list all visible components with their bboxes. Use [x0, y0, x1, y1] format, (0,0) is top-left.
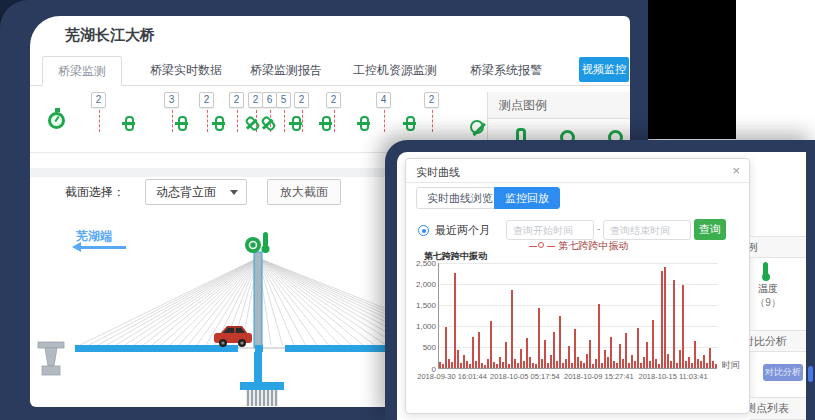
chart-bar — [667, 354, 669, 368]
last-two-months-radio[interactable] — [418, 225, 429, 236]
tab-bridge-realtime-data[interactable]: 桥梁实时数据 — [135, 56, 237, 86]
chart-bar — [484, 365, 486, 368]
chart-bar — [517, 363, 519, 368]
chart-bar — [496, 364, 498, 368]
chart-bar — [562, 363, 564, 368]
chart-bar — [541, 359, 543, 368]
chart-bar — [463, 355, 465, 368]
section-select-label: 截面选择： — [65, 184, 125, 201]
tab-system-alarm[interactable]: 桥梁系统报警 — [455, 56, 557, 86]
chart-bar — [556, 361, 558, 368]
section-select-value: 动态背立面 — [156, 185, 216, 199]
chart-bar — [709, 348, 711, 368]
query-button[interactable]: 查询 — [694, 219, 726, 240]
sensor-dash-line — [334, 110, 335, 132]
chain-link-icon[interactable] — [406, 116, 415, 131]
sensor-count-badge: 2 — [248, 92, 263, 108]
chart-bar — [445, 327, 447, 368]
chart-gridline — [439, 263, 718, 264]
chart-bar — [652, 320, 654, 368]
x-axis-tick-label: 2018-10-09 15:27:41 — [564, 372, 634, 381]
tab-bridge-monitoring[interactable]: 桥梁监测 — [42, 56, 122, 86]
chain-link-icon[interactable] — [292, 116, 301, 131]
stopwatch-icon[interactable] — [48, 112, 65, 129]
chart-gridline — [439, 284, 718, 285]
gauge-icon[interactable] — [245, 237, 261, 253]
chart-bar — [505, 342, 507, 368]
chart-bar — [448, 359, 450, 368]
temperature-label: 温度 — [753, 282, 783, 296]
chart-bar — [655, 359, 657, 368]
tab-bar: 桥梁监测 桥梁实时数据 桥梁监测报告 工控机资源监测 桥梁系统报警 — [30, 56, 630, 86]
chart-bar — [697, 359, 699, 368]
legend-label: 第七跨跨中振动 — [559, 240, 629, 251]
chart-bar — [694, 341, 696, 368]
sensor-dash-line — [384, 110, 385, 132]
query-end-time-input[interactable] — [603, 220, 691, 240]
query-start-time-input[interactable] — [506, 220, 594, 240]
chart-bar — [643, 357, 645, 368]
sensor-count-badge: 2 — [326, 92, 341, 108]
tab-realtime-curve-browse[interactable]: 实时曲线浏览 — [416, 187, 504, 209]
thermometer-icon[interactable] — [763, 262, 768, 276]
chart-bar — [619, 344, 621, 368]
scrollbar-thumb[interactable] — [808, 366, 813, 382]
chart-bar — [571, 363, 573, 369]
chart-bar — [703, 355, 705, 368]
chart-bar — [490, 321, 492, 368]
chain-link-icon[interactable] — [125, 116, 134, 131]
chart-bar — [595, 359, 597, 368]
chart-bar — [637, 328, 639, 368]
chart-bar — [628, 363, 630, 369]
chart-bar — [583, 363, 585, 368]
chart-bar — [502, 362, 504, 368]
chart-bar — [439, 362, 441, 368]
chain-link-icon[interactable] — [244, 115, 261, 132]
sensor-dash-line — [432, 110, 433, 132]
tab-monitor-playback[interactable]: 监控回放 — [494, 187, 560, 209]
section-select-dropdown[interactable]: 动态背立面 — [145, 179, 247, 205]
bridge-pier — [254, 352, 262, 382]
chart-bar — [679, 350, 681, 368]
thermometer-icon[interactable] — [263, 232, 268, 247]
chart-bar — [664, 267, 666, 368]
chart-bar — [646, 342, 648, 368]
prohibit-icon[interactable] — [470, 120, 484, 134]
tab-bridge-report[interactable]: 桥梁监测报告 — [235, 56, 337, 86]
chart-bar — [685, 361, 687, 368]
bar-chart-plot: 05001,0001,5002,0002,5002018-09-30 16:01… — [438, 263, 717, 369]
chart-bar — [640, 363, 642, 368]
chart-bar — [613, 361, 615, 368]
chain-link-icon[interactable] — [178, 116, 187, 131]
chart-gridline — [439, 305, 718, 306]
chart-gridline — [439, 326, 718, 327]
sensor-dash-line — [302, 110, 303, 132]
chain-link-icon[interactable] — [360, 116, 369, 131]
bridge-abutment — [38, 342, 64, 375]
y-axis-tick-label: 2,500 — [406, 259, 436, 268]
realtime-curve-modal: 实时曲线 × 实时曲线浏览 监控回放 最近两个月 - 查询 第七跨跨中振动 第七… — [405, 158, 750, 414]
chain-link-icon[interactable] — [322, 116, 331, 131]
chart-bar — [535, 364, 537, 368]
chart-bar — [487, 359, 489, 368]
chart-bar — [460, 363, 462, 369]
chart-bar — [475, 361, 477, 368]
video-monitor-button[interactable]: 视频监控 — [579, 57, 629, 82]
overlay-page: 实时曲线 × 实时曲线浏览 监控回放 最近两个月 - 查询 第七跨跨中振动 第七… — [397, 152, 806, 420]
chain-link-icon[interactable] — [215, 116, 224, 131]
sensor-count-badge: 2 — [199, 92, 214, 108]
chart-bar — [622, 359, 624, 368]
compare-analysis-button[interactable]: 对比分析 — [763, 364, 803, 381]
chart-bar — [712, 361, 714, 368]
chart-bar — [457, 350, 459, 368]
chart-bar — [631, 355, 633, 368]
sensor-dash-line — [172, 110, 173, 132]
sensor-count-badge: 2 — [229, 92, 244, 108]
chain-link-icon[interactable] — [260, 115, 277, 132]
chart-bar — [469, 364, 471, 368]
zoom-section-button[interactable]: 放大截面 — [267, 179, 341, 205]
tab-ipc-resource-monitoring[interactable]: 工控机资源监测 — [338, 56, 452, 86]
close-icon[interactable]: × — [732, 163, 740, 178]
chart-bar — [565, 359, 567, 368]
caret-down-icon — [230, 190, 238, 195]
